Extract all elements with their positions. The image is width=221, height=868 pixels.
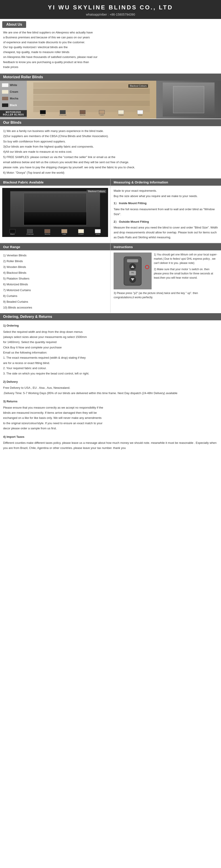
range-item-3: 3) Wooden Blinds	[3, 264, 107, 270]
range-item-2: 2) Roller Blinds	[3, 258, 107, 264]
blinds-item-5c: please note. you have to pay the shippin…	[3, 165, 218, 170]
bc-cream: Cream	[118, 110, 124, 116]
blackout-color-row: Black Charcoal Mocha Latte Cream White	[2, 229, 108, 235]
swatch-mocha: Mocha	[0, 96, 27, 101]
blackout-image-area: Blackout Colours Black Charcoal Mocha La…	[2, 188, 108, 237]
range-header: Our Range	[0, 243, 110, 250]
range-col: Our Range 1) Venetian Blinds 2) Roller B…	[0, 243, 111, 313]
blinds-item-2: 2)Our suppliers are members of the CBSA …	[3, 133, 218, 138]
blackout-colours-label: Blackout Colours	[128, 84, 148, 88]
left-swatches-panel: White Cream Mocha Black MOTORIZED ROLLER…	[0, 81, 27, 119]
our-blinds-header: Our Blinds	[0, 119, 221, 126]
range-content: 1) Venetian Blinds 2) Roller Blinds 3) W…	[0, 250, 110, 313]
range-item-7: 7) Motorized Curtains	[3, 287, 107, 293]
blackout-colours-tag: Blackout Colours	[87, 190, 106, 193]
motorized-roller-header: Motorized Roller Blinds	[0, 73, 221, 81]
instructions-header: Instructions	[111, 243, 221, 250]
blinds-item-5b: email address below and tell us the colo…	[3, 160, 218, 165]
swatch-cream: Cream	[0, 89, 27, 94]
swatch-black: Black	[0, 102, 27, 108]
ordering-delivery-header: Ordering, Delivery & Returns	[0, 313, 221, 320]
measuring-intro: Made to your exact requirements.	[114, 188, 218, 193]
returns-section: 3) Returns Please ensure that you measur…	[3, 399, 218, 431]
about-line-3: of experience and massive trade discount…	[3, 40, 85, 44]
about-line-6: on Aliexpress.We have thousands of satis…	[3, 55, 98, 59]
ordering-line-1: Select the required width and drop from …	[3, 329, 218, 334]
instr-image-area: P2	[114, 253, 151, 289]
ordering-line-2: (always select sizes above your measurme…	[3, 334, 218, 340]
inside-mount-title: 1） Inside Mount Fitting	[114, 201, 218, 206]
range-item-4: 4) Blackout Blinds	[3, 270, 107, 276]
bc-white: White	[137, 110, 143, 116]
about-line-2: a Business premises and because of this …	[3, 36, 90, 39]
motorized-label: MOTORIZED ROLLER BLINDS	[0, 110, 27, 117]
returns-line-4: to the original sizes/colour/style. If y…	[3, 421, 218, 426]
returns-title: 3) Returns	[3, 399, 218, 404]
blackout-header: Blackout Fabric Available	[0, 179, 110, 186]
blind-visual: Blackout Colours Black Charcoal Mocha La…	[33, 83, 150, 117]
ordering-line-4: Click Buy It Now and complete your purch…	[3, 345, 218, 350]
instr-step-3: 3) Please press "p2" (as the picture sho…	[114, 291, 218, 300]
about-line-7: feedback to know you are purchasing a qu…	[3, 60, 89, 64]
about-us-text: We are one of the few blind suppliers on…	[0, 29, 221, 72]
about-line-5: cheapest, top quality, made to measure r…	[3, 51, 70, 54]
motorized-right-image	[156, 81, 221, 119]
about-us-header: About Us	[2, 21, 26, 28]
import-title: 4) Import Taxes	[3, 434, 218, 439]
measuring-content: Made to your exact requirements. Buy the…	[111, 186, 221, 243]
range-item-10: 10) Blinds accessories	[3, 305, 107, 311]
outside-mount-title: 2） Outside Mount Fitting	[114, 219, 218, 224]
bc-mocha: Mocha	[80, 110, 85, 116]
blinds-item-6: 6) Motor: "Dooya" (Top brand all over th…	[3, 170, 218, 175]
about-line-4: Our top quality motorized / electrical b…	[3, 45, 67, 49]
range-item-6: 6) Motorized Blinds	[3, 282, 107, 287]
measuring-intro2: Buy the size above what you require and …	[114, 194, 218, 198]
header: YI WU SKYLINE BLINDS CO., LTD whatsapp/v…	[0, 0, 221, 19]
returns-line-5: decor please order a sample from us firs…	[3, 426, 218, 431]
motorized-center-image: Blackout Colours Black Charcoal Mocha La…	[27, 81, 156, 119]
motorized-roller-images: White Cream Mocha Black MOTORIZED ROLLER…	[0, 81, 221, 119]
range-item-9: 9) Beaded Curtains	[3, 299, 107, 305]
import-line-1: Different counties make different taxes …	[3, 440, 218, 451]
range-item-8: 8) Curtains	[3, 293, 107, 299]
blinds-item-4: 4)All our blinds are made to measure at …	[3, 149, 218, 154]
range-item-1: 1) Venetian Blinds	[3, 253, 107, 258]
blinds-item-2b: So buy with confidence from approved sup…	[3, 139, 218, 144]
company-title: YI WU SKYLINE BLINDS CO., LTD	[2, 4, 219, 11]
color-row-bottom: Black Charcoal Mocha Latte Cream White	[33, 110, 150, 117]
blackout-measuring-row: Blackout Fabric Available Blackout Colou…	[0, 178, 221, 243]
ordering-title: 1) Ordering	[3, 323, 218, 328]
ordering-delivery-content: 1) Ordering Select the required width an…	[0, 320, 221, 455]
ordering-line-8: 2. Your required fabric and colour.	[3, 366, 218, 371]
measuring-col: Measuring & Ordering Information Made to…	[111, 179, 221, 243]
about-line-1: We are one of the few blind suppliers on…	[3, 31, 93, 34]
ordering-line-6: 1. The exact measurments required (width…	[3, 355, 218, 360]
returns-line-2: blinds are measured incorrectly. If item…	[3, 410, 218, 415]
delivery-section: 2) Delivery Free Delivery to USA , EU . …	[3, 379, 218, 396]
outside-mount-text: Measure the exact area you need the blin…	[114, 225, 218, 240]
instructions-col: Instructions P2 1) You should	[111, 243, 221, 313]
delivery-line-2: .Delivery Time: 5-7 Working Days (95% of…	[3, 391, 218, 396]
range-item-5: 5) Platation Shutters	[3, 276, 107, 282]
about-line-8: trade prices	[3, 65, 18, 69]
ordering-line-7: are for a recess or exact fitting blind.	[3, 361, 218, 366]
ordering-section: 1) Ordering Select the required width an…	[3, 323, 218, 376]
delivery-title: 2) Delivery	[3, 379, 218, 384]
measuring-header: Measuring & Ordering Information	[111, 179, 221, 186]
about-us-section: About Us We are one of the few blind sup…	[0, 19, 221, 73]
contact-info: whatsapp/viber : +86-15805794390	[2, 13, 219, 16]
our-blinds-content: 1) We are a family run business with man…	[0, 126, 221, 179]
delivery-line-1: Free Delivery to USA , EU . Aisa , Aus, …	[3, 385, 218, 390]
blackout-col: Blackout Fabric Available Blackout Colou…	[0, 179, 111, 243]
returns-line-3: exchanged on a like for like basis only.…	[3, 415, 218, 421]
inside-mount-text: Take the full recess measurement from wa…	[114, 207, 218, 217]
blinds-item-3: 3)Our blinds are made from the highest q…	[3, 144, 218, 149]
blinds-item-5: 5) FREE SAMPLES: please contact us via t…	[3, 154, 218, 160]
range-instructions-row: Our Range 1) Venetian Blinds 2) Roller B…	[0, 243, 221, 313]
bc-latte: Latte	[99, 110, 105, 116]
import-section: 4) Import Taxes Different counties make …	[3, 434, 218, 451]
instructions-content: P2 1) You should get one lithium cell on…	[111, 250, 221, 302]
bc-black: Black	[40, 110, 46, 116]
ordering-line-9: 3. The side on which you require the bea…	[3, 371, 218, 376]
ordering-line-5: Email us the following information:	[3, 350, 218, 355]
